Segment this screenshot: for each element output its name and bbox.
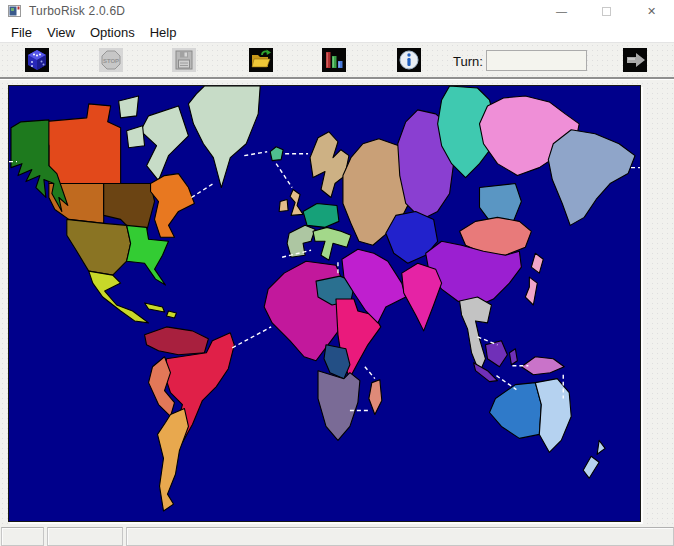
app-icon — [8, 4, 22, 18]
maximize-button[interactable] — [584, 0, 629, 22]
title-bar: TurboRisk 2.0.6D — ✕ — [0, 0, 674, 22]
territory-ireland[interactable] — [279, 199, 288, 211]
next-turn-icon[interactable] — [623, 48, 647, 72]
open-folder-icon[interactable] — [249, 48, 273, 72]
toolbar: STOP — [0, 43, 674, 77]
app-window: TurboRisk 2.0.6D — ✕ File View Options H… — [0, 0, 674, 546]
dice-icon[interactable] — [25, 48, 49, 72]
info-icon[interactable] — [397, 48, 421, 72]
status-panel-2 — [47, 527, 123, 546]
status-panel-1 — [1, 527, 44, 546]
client-area — [0, 81, 674, 546]
menu-bar: File View Options Help — [0, 22, 674, 43]
status-bar — [0, 527, 674, 546]
svg-text:STOP: STOP — [103, 58, 119, 64]
maximize-icon — [602, 7, 611, 16]
world-map — [8, 85, 641, 522]
menu-options[interactable]: Options — [84, 23, 141, 42]
turn-label: Turn: — [453, 54, 483, 69]
close-button[interactable]: ✕ — [629, 0, 674, 22]
window-title: TurboRisk 2.0.6D — [29, 4, 125, 18]
minimize-button[interactable]: — — [539, 0, 584, 22]
minimize-icon: — — [556, 5, 567, 17]
close-icon: ✕ — [647, 5, 656, 18]
menu-view[interactable]: View — [41, 23, 81, 42]
stop-icon[interactable]: STOP — [99, 48, 123, 72]
status-panel-3 — [126, 527, 674, 546]
turn-input[interactable] — [486, 50, 587, 71]
menu-file[interactable]: File — [5, 23, 38, 42]
statistics-icon[interactable] — [322, 48, 346, 72]
save-icon[interactable] — [172, 48, 196, 72]
menu-help[interactable]: Help — [144, 23, 183, 42]
